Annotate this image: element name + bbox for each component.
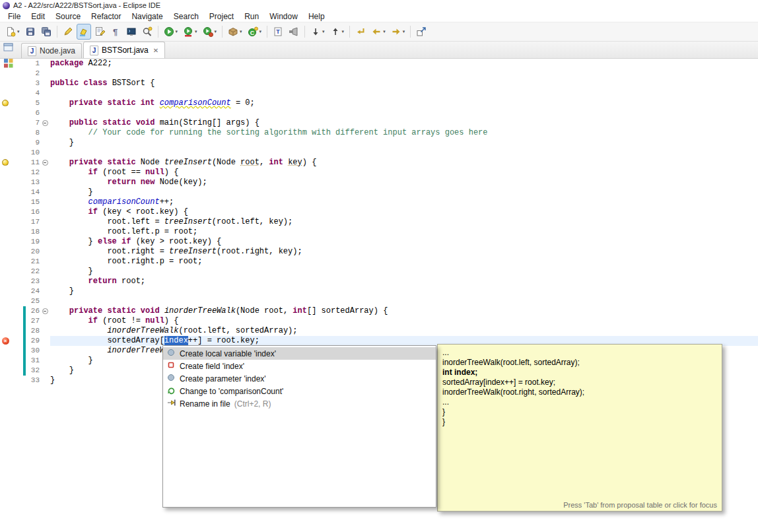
forward-button[interactable]: ▾ xyxy=(389,24,407,40)
code-text[interactable]: public static void main(String[] args) { xyxy=(50,118,758,128)
code-text[interactable]: inorderTreeWalk(root.left, sortedArray); xyxy=(50,326,758,336)
collapse-icon[interactable] xyxy=(42,120,48,126)
search-dialog-button[interactable] xyxy=(287,24,301,40)
dropdown-arrow-icon[interactable]: ▾ xyxy=(403,29,405,34)
code-text[interactable]: return root; xyxy=(50,277,758,286)
quickfix-item-1[interactable]: Create local variable 'index' xyxy=(163,347,436,360)
previous-annotation-button[interactable]: ▾ xyxy=(328,24,347,40)
code-text[interactable]: private static Node treeInsert(Node root… xyxy=(50,158,758,168)
new-java-class-button[interactable]: C▾ xyxy=(246,24,264,40)
code-text[interactable] xyxy=(50,148,758,158)
preview-line: ... xyxy=(442,397,717,407)
collapse-icon[interactable] xyxy=(42,308,48,314)
code-text[interactable]: private static int comparisonCount = 0; xyxy=(50,98,758,108)
code-text[interactable]: } xyxy=(50,267,758,277)
open-console-button[interactable] xyxy=(124,24,139,40)
code-token: root.right = xyxy=(50,247,169,256)
quickfix-item-3[interactable]: Create parameter 'index' xyxy=(163,372,436,385)
code-text[interactable]: root.right = treeInsert(root.right, key)… xyxy=(50,247,758,257)
code-line-23: 23 return root; xyxy=(0,277,758,286)
last-edit-location-button[interactable] xyxy=(353,24,368,40)
code-text[interactable]: private static void inorderTreeWalk(Node… xyxy=(50,306,758,316)
preview-line: int index; xyxy=(442,368,717,378)
back-button[interactable]: ▾ xyxy=(369,24,388,40)
menu-window[interactable]: Window xyxy=(264,11,303,22)
show-whitespace-button[interactable]: ¶ xyxy=(108,24,123,40)
dropdown-arrow-icon[interactable]: ▾ xyxy=(383,29,386,34)
open-element-button[interactable] xyxy=(61,24,75,40)
code-text[interactable]: } xyxy=(50,138,758,148)
code-text[interactable]: // Your code for running the sorting alg… xyxy=(50,128,758,138)
dropdown-arrow-icon[interactable]: ▾ xyxy=(342,29,345,34)
code-text[interactable]: root.left.p = root; xyxy=(50,227,758,237)
dropdown-arrow-icon[interactable]: ▾ xyxy=(322,29,325,34)
dropdown-arrow-icon[interactable]: ▾ xyxy=(215,29,217,34)
code-token: (root.left, sortedArray); xyxy=(178,326,297,335)
code-text[interactable]: comparisonCount++; xyxy=(50,197,758,207)
menu-help[interactable]: Help xyxy=(303,11,330,22)
new-wizard-button[interactable]: ▾ xyxy=(3,24,22,40)
menu-refactor[interactable]: Refactor xyxy=(86,11,126,22)
line-number: 32 xyxy=(26,366,40,376)
code-token: null xyxy=(145,316,164,325)
quickfix-bulb-icon[interactable] xyxy=(2,100,9,106)
menu-run[interactable]: Run xyxy=(239,11,264,22)
run-button[interactable]: ▾ xyxy=(162,24,180,40)
menu-search[interactable]: Search xyxy=(168,11,204,22)
code-editor[interactable]: 1package A222;23public class BSTSort {45… xyxy=(0,59,758,385)
menu-file[interactable]: File xyxy=(3,11,26,22)
restore-minimized-view-1-button[interactable] xyxy=(2,42,15,55)
open-type-button[interactable]: T xyxy=(271,24,285,40)
quickfix-bulb-icon[interactable] xyxy=(2,159,9,166)
dropdown-arrow-icon[interactable]: ▾ xyxy=(17,29,20,34)
menu-source[interactable]: Source xyxy=(50,11,86,22)
run-configurations-button[interactable]: ▾ xyxy=(201,24,219,40)
code-text[interactable]: } else if (key > root.key) { xyxy=(50,237,758,247)
code-text[interactable] xyxy=(50,88,758,98)
code-text[interactable] xyxy=(50,69,758,79)
proposal-preview-panel[interactable]: ...inorderTreeWalk(root.left, sortedArra… xyxy=(437,344,722,512)
code-text[interactable]: } xyxy=(50,187,758,197)
dropdown-arrow-icon[interactable]: ▾ xyxy=(259,29,262,34)
dropdown-arrow-icon[interactable]: ▾ xyxy=(176,29,178,34)
format-source-button[interactable] xyxy=(92,24,107,40)
window-icon xyxy=(3,42,15,55)
tab-close-icon[interactable]: ✕ xyxy=(153,47,158,54)
menu-project[interactable]: Project xyxy=(204,11,239,22)
menu-edit[interactable]: Edit xyxy=(26,11,50,22)
change-bar xyxy=(23,346,26,356)
quickfix-item-5[interactable]: Rename in file (Ctrl+2, R) xyxy=(163,397,436,410)
save-all-button[interactable] xyxy=(39,24,53,40)
error-marker-icon[interactable]: × xyxy=(2,337,9,345)
code-text[interactable] xyxy=(50,108,758,118)
code-text[interactable] xyxy=(50,296,758,306)
preview-line: } xyxy=(442,407,717,417)
quickfix-item-4[interactable]: Change to 'comparisonCount' xyxy=(163,385,436,397)
code-text[interactable]: } xyxy=(50,286,758,296)
dropdown-arrow-icon[interactable]: ▾ xyxy=(195,29,197,34)
quickfix-item-2[interactable]: Create field 'index' xyxy=(163,360,436,372)
save-button[interactable] xyxy=(23,24,38,40)
link-with-editor-button[interactable] xyxy=(414,24,429,40)
toggle-mark-occurrences-button[interactable] xyxy=(77,24,91,40)
code-text[interactable]: return new Node(key); xyxy=(50,178,758,187)
tab-bstsort-java[interactable]: JBSTSort.java✕ xyxy=(83,42,165,58)
open-type-icon: T xyxy=(273,26,283,37)
code-text[interactable]: if (key < root.key) { xyxy=(50,207,758,217)
code-text[interactable]: package A222; xyxy=(50,59,758,69)
restore-minimized-view-2-button[interactable] xyxy=(2,58,15,71)
open-search-button[interactable] xyxy=(140,24,155,40)
dropdown-arrow-icon[interactable]: ▾ xyxy=(240,29,242,34)
new-java-package-button[interactable]: ▾ xyxy=(226,24,244,40)
code-text[interactable]: root.left = treeInsert(root.left, key); xyxy=(50,217,758,227)
code-text[interactable]: if (root == null) { xyxy=(50,168,758,178)
next-annotation-button[interactable]: ▾ xyxy=(308,24,327,40)
quickfix-label: Create parameter 'index' xyxy=(180,374,266,383)
collapse-icon[interactable] xyxy=(42,160,48,166)
code-text[interactable]: public class BSTSort { xyxy=(50,79,758,88)
coverage-button[interactable]: ▾ xyxy=(181,24,199,40)
code-text[interactable]: if (root != null) { xyxy=(50,316,758,326)
menu-navigate[interactable]: Navigate xyxy=(126,11,168,22)
code-text[interactable]: root.right.p = root; xyxy=(50,257,758,267)
tab-node-java[interactable]: JNode.java xyxy=(21,43,82,58)
